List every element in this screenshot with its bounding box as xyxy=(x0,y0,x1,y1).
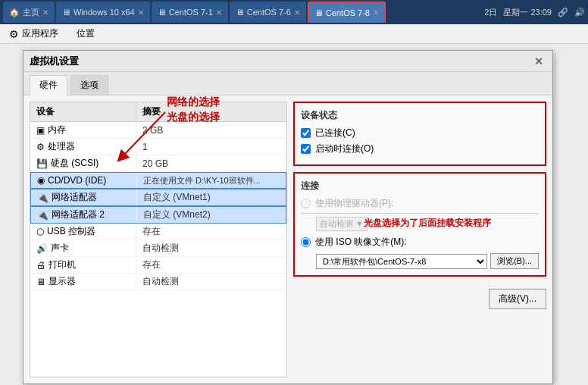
dialog-close-button[interactable]: ✕ xyxy=(531,54,546,69)
radio-iso[interactable] xyxy=(301,237,311,247)
tab-hardware[interactable]: 硬件 xyxy=(30,75,67,95)
tab-centos71[interactable]: 🖥 CentOS 7-1 ✕ xyxy=(152,2,228,23)
centos76-icon: 🖥 xyxy=(236,8,244,17)
device-cddvd[interactable]: ◉ CD/DVD (IDE) 正在使用文件 D:\KY-10班软件... xyxy=(30,172,286,189)
advanced-button[interactable]: 高级(V)... xyxy=(489,289,546,309)
radio-iso-row: 使用 ISO 映像文件(M): xyxy=(301,236,539,249)
vm-settings-dialog: 虚拟机设置 ✕ 硬件 选项 设备 摘要 ▣ xyxy=(23,50,553,384)
iso-path-select[interactable]: D:\常用软件包\CentOS-7-x8 xyxy=(316,254,487,269)
tab-centos76[interactable]: 🖥 CentOS 7-6 ✕ xyxy=(230,2,306,23)
device-net1[interactable]: 🔌 网络适配器 自定义 (VMnet1) xyxy=(30,189,286,206)
tab-centos78-label: CentOS 7-8 xyxy=(326,8,370,17)
radio-physical[interactable] xyxy=(301,199,311,208)
tab-centos78-close[interactable]: ✕ xyxy=(373,8,379,17)
tab-win10-label: Windows 10 x64 xyxy=(74,8,135,17)
tab-home-label: 主页 xyxy=(23,7,39,18)
win10-icon: 🖥 xyxy=(62,8,70,17)
net2-icon: 🔌 xyxy=(37,210,48,221)
time-label: 星期一 23:09 xyxy=(503,7,552,18)
radio-physical-row: 使用物理驱动器(P): xyxy=(301,197,539,210)
right-panel: 设备状态 已连接(C) 启动时连接(O) 连接 使用物理驱动器( xyxy=(293,102,546,377)
apps-icon: ⚙ xyxy=(9,28,19,40)
usb-icon: ⬡ xyxy=(36,227,44,237)
centos78-icon: 🖥 xyxy=(314,8,323,17)
device-usb[interactable]: ⬡ USB 控制器 存在 xyxy=(30,224,286,240)
advanced-row: 高级(V)... xyxy=(293,289,546,309)
dialog-tabs: 硬件 选项 xyxy=(23,72,552,95)
tab-centos71-close[interactable]: ✕ xyxy=(216,8,222,17)
status-title: 设备状态 xyxy=(301,109,539,122)
device-sound[interactable]: 🔊 声卡 自动检测 xyxy=(30,240,286,257)
tab-home-close[interactable]: ✕ xyxy=(42,8,48,17)
checkbox-startup-label: 启动时连接(O) xyxy=(315,142,374,155)
tab-home[interactable]: 🏠 主页 ✕ xyxy=(3,2,55,23)
taskbar: 🏠 主页 ✕ 🖥 Windows 10 x64 ✕ 🖥 CentOS 7-1 ✕… xyxy=(0,0,588,24)
device-memory[interactable]: ▣ 内存 2 GB xyxy=(30,122,286,139)
tab-options[interactable]: 选项 xyxy=(70,75,108,95)
tab-win10[interactable]: 🖥 Windows 10 x64 ✕ xyxy=(56,2,150,23)
device-list-panel: 设备 摘要 ▣ 内存 2 GB ⚙ 处理器 1 xyxy=(30,102,287,377)
auto-detect-dropdown[interactable]: 自动检测 ▼ xyxy=(316,217,368,231)
auto-detect-row: 自动检测 ▼ xyxy=(301,217,539,231)
col-device-header: 设备 xyxy=(30,102,136,121)
connection-title: 连接 xyxy=(301,180,539,192)
device-printer[interactable]: 🖨 打印机 存在 xyxy=(30,257,286,274)
printer-icon: 🖨 xyxy=(36,260,45,271)
device-list-header: 设备 摘要 xyxy=(30,102,286,122)
volume-icon: 🔊 xyxy=(574,8,585,17)
date-label: 2日 xyxy=(484,7,497,18)
home-icon: 🏠 xyxy=(9,8,20,17)
checkbox-connected-row: 已连接(C) xyxy=(301,127,539,139)
device-hdd[interactable]: 💾 硬盘 (SCSI) 20 GB xyxy=(30,155,286,172)
menu-location-label: 位置 xyxy=(77,27,95,40)
memory-icon: ▣ xyxy=(36,125,45,136)
display-icon: 🖥 xyxy=(36,277,45,287)
connection-box: 连接 使用物理驱动器(P): 自动检测 ▼ 使用 ISO xyxy=(293,172,546,277)
dialog-body: 设备 摘要 ▣ 内存 2 GB ⚙ 处理器 1 xyxy=(23,95,552,383)
menubar: ⚙ 应用程序 位置 xyxy=(0,24,588,44)
col-summary-header: 摘要 xyxy=(136,102,286,121)
device-display[interactable]: 🖥 显示器 自动检测 xyxy=(30,274,286,290)
status-box: 设备状态 已连接(C) 启动时连接(O) xyxy=(293,102,546,166)
cpu-icon: ⚙ xyxy=(36,142,45,152)
cddvd-icon: ◉ xyxy=(37,175,45,186)
network-icon: 🔗 xyxy=(558,8,568,17)
iso-path-row: D:\常用软件包\CentOS-7-x8 浏览(B)... xyxy=(316,253,539,269)
tab-centos76-label: CentOS 7-6 xyxy=(247,8,291,17)
net1-icon: 🔌 xyxy=(37,192,48,203)
checkbox-connected[interactable] xyxy=(301,128,311,138)
sound-icon: 🔊 xyxy=(36,243,48,254)
checkbox-connected-label: 已连接(C) xyxy=(315,127,355,139)
tab-centos78[interactable]: 🖥 CentOS 7-8 ✕ xyxy=(308,2,386,23)
taskbar-right: 2日 星期一 23:09 🔗 🔊 xyxy=(484,7,585,18)
browse-button[interactable]: 浏览(B)... xyxy=(490,253,539,269)
tab-centos71-label: CentOS 7-1 xyxy=(169,8,213,17)
device-cpu[interactable]: ⚙ 处理器 1 xyxy=(30,139,286,155)
main-area: 虚拟机设置 ✕ 硬件 选项 设备 摘要 ▣ xyxy=(0,44,588,385)
hdd-icon: 💾 xyxy=(36,158,48,169)
centos71-icon: 🖥 xyxy=(158,8,166,17)
menu-apps[interactable]: ⚙ 应用程序 xyxy=(5,26,63,42)
radio-iso-label: 使用 ISO 映像文件(M): xyxy=(315,236,407,249)
device-net2[interactable]: 🔌 网络适配器 2 自定义 (VMnet2) xyxy=(30,206,286,224)
dropdown-arrow-icon: ▼ xyxy=(355,219,364,228)
radio-physical-label: 使用物理驱动器(P): xyxy=(315,197,393,210)
checkbox-startup[interactable] xyxy=(301,144,311,154)
tab-centos76-close[interactable]: ✕ xyxy=(294,8,300,17)
dialog-title: 虚拟机设置 xyxy=(30,55,79,68)
checkbox-startup-row: 启动时连接(O) xyxy=(301,142,539,155)
tab-win10-close[interactable]: ✕ xyxy=(138,8,144,17)
separator xyxy=(301,213,539,214)
dialog-titlebar: 虚拟机设置 ✕ xyxy=(23,51,552,72)
menu-apps-label: 应用程序 xyxy=(22,27,58,40)
menu-location[interactable]: 位置 xyxy=(72,26,99,42)
